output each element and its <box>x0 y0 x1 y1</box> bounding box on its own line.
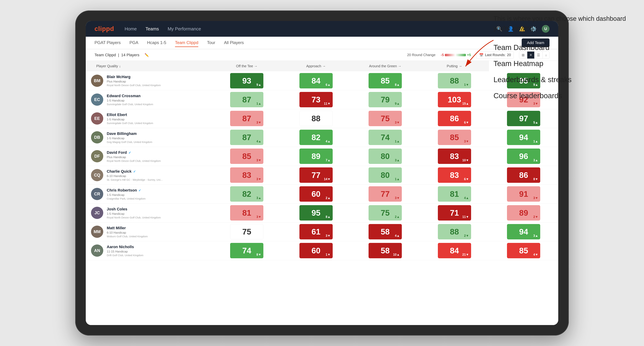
annotation-intro: This is where you can choose which dashb… <box>494 14 637 33</box>
score-change: 11▼ <box>324 102 330 106</box>
subnav-pga[interactable]: PGA <box>130 39 138 47</box>
player-cell: JCJosh Coles1-5 HandicapRoyal North Devo… <box>86 203 212 222</box>
score-value: 73 <box>312 95 320 104</box>
player-details: Elliot Ebert1-5 HandicapSunningdale Golf… <box>107 113 208 125</box>
annotation-area: This is where you can choose which dashb… <box>494 14 637 100</box>
score-value: 80 <box>381 170 390 180</box>
score-change: 7▲ <box>326 159 330 162</box>
edit-icon[interactable]: ✏️ <box>144 53 149 57</box>
score-value: 103 <box>448 95 461 104</box>
score-change: 15▲ <box>462 102 469 106</box>
score-box: 741▲ <box>368 130 402 145</box>
subnav-hcaps[interactable]: Hcaps 1-5 <box>147 39 166 47</box>
score-change: 21▼ <box>462 253 469 257</box>
team-label: Team Clippd | 14 Players <box>94 53 139 57</box>
player-avatar: EC <box>91 93 103 106</box>
score-box: 584▲ <box>368 224 402 239</box>
player-name[interactable]: David Ford ✓ <box>107 150 208 155</box>
score-cell: 5810▲ <box>350 241 420 260</box>
score-value: 89 <box>312 152 320 161</box>
th-player: Player Quality ↓ <box>86 61 212 71</box>
subnav-pgat[interactable]: PGAT Players <box>94 39 121 47</box>
player-handicap: 1-5 Handicap <box>107 99 208 102</box>
data-table: Player Quality ↓ Off the Tee → Approach … <box>86 61 558 260</box>
table-row[interactable]: BMBlair McHargPlus HandicapRoyal North D… <box>86 71 558 90</box>
player-name[interactable]: Elliot Ebert <box>107 113 208 117</box>
score-box: 602▲ <box>300 186 333 202</box>
score-change: 3▼ <box>533 196 538 200</box>
player-avatar: MM <box>91 226 103 238</box>
subnav-all-players[interactable]: All Players <box>224 39 244 47</box>
score-cell: 943▲ <box>489 222 558 241</box>
score-change: 6▲ <box>326 83 330 87</box>
player-name[interactable]: Edward Crossman <box>107 94 208 98</box>
score-box: 833▼ <box>230 168 264 183</box>
score-cell: 958▲ <box>282 203 351 222</box>
score-value: 89 <box>519 208 528 218</box>
score-value: 88 <box>450 76 459 85</box>
score-change: 4▲ <box>256 140 261 143</box>
score-change: 3▲ <box>533 159 538 162</box>
player-handicap: Plus Handicap <box>107 80 208 83</box>
main-content[interactable]: Player Quality ↓ Off the Tee → Approach … <box>86 61 558 325</box>
verified-badge: ✓ <box>138 189 141 192</box>
brand-logo: clippd <box>94 25 114 32</box>
table-row[interactable]: ANAaron Nicholls11-15 HandicapDrift Golf… <box>86 241 558 260</box>
player-cell: DFDavid Ford ✓Plus HandicapRoyal North D… <box>86 147 212 166</box>
player-name[interactable]: Josh Coles <box>107 207 208 211</box>
player-club: Drift Golf Club, United Kingdom <box>107 254 208 257</box>
table-row[interactable]: ECEdward Crossman1-5 HandicapSunningdale… <box>86 90 558 109</box>
player-details: Josh Coles1-5 HandicapRoyal North Devon … <box>107 207 208 219</box>
player-name[interactable]: Chris Robertson ✓ <box>107 188 208 192</box>
score-cell: 8421▼ <box>420 241 489 260</box>
table-row[interactable]: CRChris Robertson ✓1-5 HandicapCraigmill… <box>86 184 558 203</box>
table-row[interactable]: JCJosh Coles1-5 HandicapRoyal North Devo… <box>86 203 558 222</box>
score-change: 2▼ <box>533 215 538 219</box>
player-name[interactable]: Charlie Quick ✓ <box>107 169 208 174</box>
score-value: 86 <box>519 170 528 180</box>
score-change: 3▼ <box>326 234 330 238</box>
score-box: 799▲ <box>368 92 402 107</box>
table-row[interactable]: CQCharlie Quick ✓6-10 HandicapSt. George… <box>86 166 558 184</box>
player-cell: ANAaron Nicholls11-15 HandicapDrift Golf… <box>86 241 212 260</box>
score-box: 801▲ <box>368 168 402 183</box>
subnav-tour[interactable]: Tour <box>207 39 215 47</box>
nav-performance[interactable]: My Performance <box>168 25 201 33</box>
score-cell: 613▼ <box>282 222 351 241</box>
player-handicap: 11-15 Handicap <box>107 250 208 253</box>
player-name[interactable]: Aaron Nicholls <box>107 245 208 249</box>
score-change: 3▼ <box>256 159 261 162</box>
score-box: 613▼ <box>300 224 333 239</box>
score-box: 7311▼ <box>300 92 333 107</box>
score-cell: 871▲ <box>212 90 282 109</box>
score-box: 874▲ <box>230 130 264 145</box>
score-value: 84 <box>312 76 320 85</box>
score-value: 86 <box>450 114 459 123</box>
nav-home[interactable]: Home <box>124 25 137 33</box>
score-value: 84 <box>450 246 459 255</box>
player-cell: BMBlair McHargPlus HandicapRoyal North D… <box>86 71 212 90</box>
table-row[interactable]: MMMatt Miller6-10 HandicapWoburn Golf Cl… <box>86 222 558 241</box>
score-change: 2▲ <box>326 196 330 200</box>
table-row[interactable]: DBDave Billingham1-5 HandicapGog Magog G… <box>86 128 558 147</box>
player-name[interactable]: Matt Miller <box>107 226 208 230</box>
table-row[interactable]: DFDavid Ford ✓Plus HandicapRoyal North D… <box>86 147 558 166</box>
score-value: 85 <box>381 76 390 85</box>
score-box: 803▲ <box>368 149 402 164</box>
score-change: 10▲ <box>393 253 400 257</box>
score-box: 943▲ <box>507 224 540 239</box>
score-box: 868▼ <box>507 168 540 183</box>
score-cell: 858▲ <box>350 71 420 90</box>
score-value: 88 <box>312 114 320 123</box>
score-cell: 584▲ <box>350 222 420 241</box>
score-box: 813▼ <box>230 205 264 220</box>
player-name[interactable]: Blair McHarg <box>107 75 208 79</box>
score-box: 854▼ <box>507 243 540 258</box>
table-row[interactable]: EEElliot Ebert1-5 HandicapSunningdale Go… <box>86 109 558 128</box>
score-cell: 801▲ <box>350 166 420 184</box>
subnav-team-clippd[interactable]: Team Clippd <box>175 39 198 47</box>
score-cell: 892▼ <box>489 203 558 222</box>
player-name[interactable]: Dave Billingham <box>107 131 208 136</box>
score-cell: 75 <box>212 222 282 241</box>
nav-teams[interactable]: Teams <box>146 25 159 33</box>
